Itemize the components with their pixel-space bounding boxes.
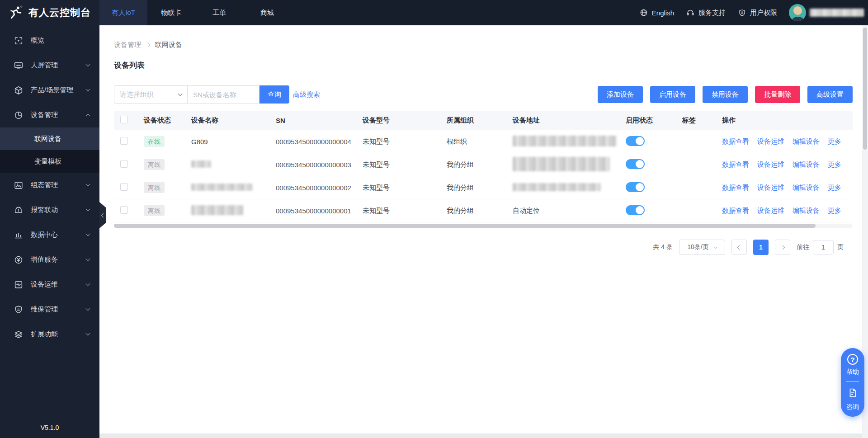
current-page[interactable]: 1 bbox=[753, 240, 769, 255]
row-checkbox[interactable] bbox=[120, 206, 128, 214]
advanced-search-link[interactable]: 高级搜索 bbox=[293, 90, 320, 99]
batch-delete-button[interactable]: 批量删除 bbox=[755, 86, 800, 103]
chevron-down-icon bbox=[86, 182, 90, 187]
user-menu[interactable] bbox=[789, 4, 864, 21]
sidebar-item-maintenance[interactable]: 维保管理 bbox=[0, 297, 99, 322]
search-input[interactable] bbox=[187, 85, 259, 104]
tab-work-order[interactable]: 工单 bbox=[195, 0, 243, 25]
horizontal-scrollbar-thumb[interactable] bbox=[114, 224, 816, 228]
row-action-more[interactable]: 更多 bbox=[828, 137, 841, 145]
sidebar-item-label: 组态管理 bbox=[31, 181, 79, 189]
sidebar-item-label: 扩展功能 bbox=[31, 330, 79, 339]
row-action-device-ops[interactable]: 设备运维 bbox=[757, 207, 784, 214]
device-address-redacted bbox=[513, 157, 610, 171]
row-checkbox[interactable] bbox=[120, 183, 128, 191]
product-icon bbox=[14, 85, 24, 95]
row-action-edit-device[interactable]: 编辑设备 bbox=[793, 184, 820, 191]
row-action-edit-device[interactable]: 编辑设备 bbox=[793, 137, 820, 145]
enable-toggle[interactable] bbox=[626, 182, 645, 192]
tab-iot[interactable]: 有人IoT bbox=[99, 0, 147, 25]
enable-toggle[interactable] bbox=[626, 136, 645, 146]
breadcrumb: 设备管理 联网设备 bbox=[114, 41, 853, 49]
sidebar-subitem-networked-devices[interactable]: 联网设备 bbox=[0, 127, 99, 150]
advanced-settings-button[interactable]: 高级设置 bbox=[807, 86, 853, 103]
page-unit-label: 页 bbox=[837, 243, 844, 251]
row-action-view-data[interactable]: 数据查看 bbox=[722, 137, 749, 145]
chevron-down-icon bbox=[86, 62, 90, 67]
sidebar-item-device-ops[interactable]: 设备运维 bbox=[0, 272, 99, 297]
horizontal-scrollbar[interactable] bbox=[114, 224, 853, 228]
sidebar-item-big-screen[interactable]: 大屏管理 bbox=[0, 53, 99, 78]
tab-sim-card[interactable]: 物联卡 bbox=[147, 0, 195, 25]
breadcrumb-device-management[interactable]: 设备管理 bbox=[114, 41, 141, 49]
chevron-down-icon bbox=[86, 331, 90, 336]
data-icon bbox=[14, 230, 24, 240]
prev-page-button[interactable] bbox=[731, 240, 747, 255]
sidebar-item-scada[interactable]: 组态管理 bbox=[0, 173, 99, 198]
goto-page-input[interactable] bbox=[813, 240, 834, 254]
disable-device-button[interactable]: 禁用设备 bbox=[703, 86, 748, 103]
table-row: 离线 00095345000000000001 未知型号 我的分组 自动定位 数… bbox=[114, 199, 853, 222]
sidebar-subitem-variable-template[interactable]: 变量模板 bbox=[0, 150, 99, 173]
org-select[interactable]: 请选择组织 bbox=[114, 85, 187, 104]
row-action-more[interactable]: 更多 bbox=[828, 184, 841, 191]
service-support[interactable]: 服务支持 bbox=[686, 8, 726, 17]
row-action-device-ops[interactable]: 设备运维 bbox=[757, 160, 784, 168]
ops-icon bbox=[14, 280, 24, 290]
sidebar-item-device-management[interactable]: 设备管理 bbox=[0, 103, 99, 127]
chevron-down-icon bbox=[86, 306, 90, 311]
language-switch[interactable]: English bbox=[639, 8, 674, 17]
row-action-device-ops[interactable]: 设备运维 bbox=[757, 137, 784, 145]
row-action-view-data[interactable]: 数据查看 bbox=[722, 184, 749, 191]
consult-doc-icon[interactable] bbox=[847, 387, 858, 400]
app-title: 有人云控制台 bbox=[28, 6, 91, 19]
help-button[interactable]: 帮助 bbox=[846, 368, 859, 376]
device-model: 未知型号 bbox=[363, 184, 447, 192]
chevron-down-icon bbox=[86, 282, 90, 286]
device-sn: 00095345000000000002 bbox=[276, 184, 363, 192]
select-all-checkbox[interactable] bbox=[120, 116, 128, 123]
row-action-view-data[interactable]: 数据查看 bbox=[722, 207, 749, 214]
enable-device-button[interactable]: 启用设备 bbox=[650, 86, 695, 103]
column-header-name: 设备名称 bbox=[191, 116, 276, 125]
page-size-select[interactable]: 10条/页 bbox=[679, 240, 725, 255]
enable-toggle[interactable] bbox=[626, 205, 645, 215]
sidebar-item-alarm-linkage[interactable]: 报警联动 bbox=[0, 198, 99, 222]
tab-mall[interactable]: 商城 bbox=[243, 0, 291, 25]
app-root: 有人云控制台 概览 大屏管理 产品/场景管理 设备管理 联网设备 变量模板 组态… bbox=[0, 0, 868, 438]
alarm-icon bbox=[14, 205, 24, 215]
table-body: 在线 G809 00095345000000000004 未知型号 根组织 数据… bbox=[114, 130, 853, 222]
sidebar-subitem-label: 联网设备 bbox=[34, 135, 61, 143]
user-permissions[interactable]: 用户权限 bbox=[737, 8, 777, 17]
toolbar: 请选择组织 查询 高级搜索 添加设备启用设备禁用设备批量删除高级设置 bbox=[114, 85, 853, 104]
sidebar-item-extensions[interactable]: 扩展功能 bbox=[0, 322, 99, 347]
sidebar-item-label: 增值服务 bbox=[31, 255, 79, 264]
row-action-edit-device[interactable]: 编辑设备 bbox=[793, 160, 820, 168]
logo-row[interactable]: 有人云控制台 bbox=[0, 0, 99, 25]
chevron-down-icon bbox=[713, 245, 717, 248]
query-button[interactable]: 查询 bbox=[259, 85, 289, 104]
screen-icon bbox=[14, 61, 24, 71]
row-action-edit-device[interactable]: 编辑设备 bbox=[793, 207, 820, 214]
sidebar-item-data-center[interactable]: 数据中心 bbox=[0, 222, 99, 247]
help-question-icon[interactable]: ? bbox=[847, 354, 858, 365]
enable-toggle[interactable] bbox=[626, 159, 645, 169]
add-device-button[interactable]: 添加设备 bbox=[598, 86, 643, 103]
sidebar-item-product-scene[interactable]: 产品/场景管理 bbox=[0, 78, 99, 103]
column-header-status: 设备状态 bbox=[144, 116, 191, 125]
next-page-button[interactable] bbox=[775, 240, 790, 255]
sidebar-item-value-added[interactable]: 增值服务 bbox=[0, 247, 99, 272]
device-sn: 00095345000000000004 bbox=[276, 138, 363, 146]
vas-icon bbox=[14, 255, 24, 265]
row-action-device-ops[interactable]: 设备运维 bbox=[757, 184, 784, 191]
row-action-view-data[interactable]: 数据查看 bbox=[722, 160, 749, 168]
consult-button[interactable]: 咨询 bbox=[846, 403, 859, 411]
bottom-strip bbox=[99, 433, 862, 438]
row-checkbox[interactable] bbox=[120, 160, 128, 168]
row-checkbox[interactable] bbox=[120, 137, 128, 145]
row-action-more[interactable]: 更多 bbox=[828, 207, 841, 214]
sidebar-item-overview[interactable]: 概览 bbox=[0, 28, 99, 53]
vertical-scrollbar-thumb[interactable] bbox=[863, 28, 867, 150]
topbar: 有人IoT物联卡工单商城 English bbox=[99, 0, 868, 25]
row-action-more[interactable]: 更多 bbox=[828, 160, 841, 168]
